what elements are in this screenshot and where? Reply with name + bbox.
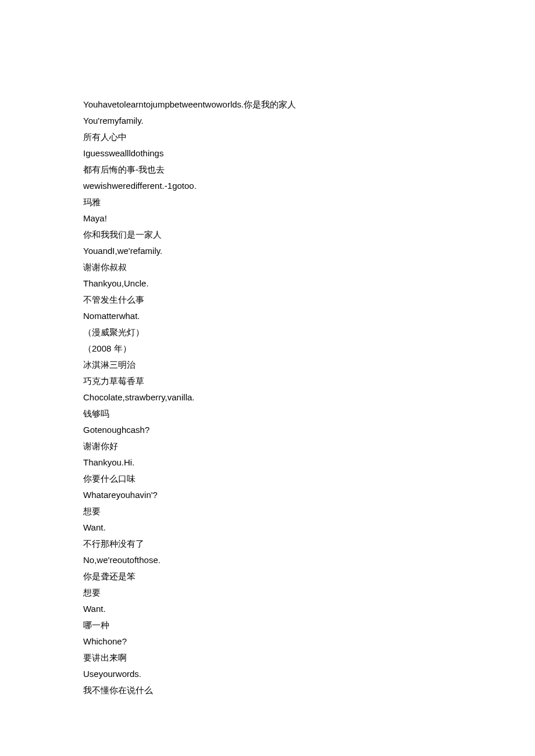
text-line: Want. — [83, 601, 452, 617]
document-page: Youhavetolearntojumpbetweentwoworlds.你是我… — [0, 0, 535, 756]
text-line: Thankyou.Hi. — [83, 454, 452, 471]
text-line: 想要 — [83, 503, 452, 519]
text-line: Maya! — [83, 210, 452, 227]
text-line: 谢谢你好 — [83, 438, 452, 454]
text-line: Youhavetolearntojumpbetweentwoworlds.你是我… — [83, 96, 452, 113]
text-line: wewishweredifferent.-1gotoo. — [83, 178, 452, 194]
text-line: 钱够吗 — [83, 406, 452, 422]
text-line: Whatareyouhavin'? — [83, 487, 452, 503]
text-line: 不管发生什么事 — [83, 292, 452, 308]
text-line: （2008 年） — [83, 341, 452, 357]
text-line: 想要 — [83, 585, 452, 601]
text-line: 哪一种 — [83, 617, 452, 633]
text-line: 你和我我们是一家人 — [83, 227, 452, 243]
text-line: Useyourwords. — [83, 666, 452, 682]
text-line: 都有后悔的事-我也去 — [83, 162, 452, 178]
text-line: Want. — [83, 519, 452, 536]
text-line: You'remyfamily. — [83, 113, 452, 129]
text-line: No,we'reoutofthose. — [83, 552, 452, 568]
text-line: Thankyou,Uncle. — [83, 275, 452, 292]
text-line: YouandI,we'refamily. — [83, 243, 452, 259]
text-line: Iguessweallldothings — [83, 145, 452, 162]
text-line: 冰淇淋三明治 — [83, 357, 452, 373]
text-line: 所有人心中 — [83, 129, 452, 145]
text-line: （漫威聚光灯） — [83, 324, 452, 341]
text-line: Gotenoughcash? — [83, 422, 452, 438]
text-line: 不行那种没有了 — [83, 536, 452, 552]
text-line: 要讲出来啊 — [83, 650, 452, 666]
text-line: 你要什么口味 — [83, 471, 452, 487]
text-block: Youhavetolearntojumpbetweentwoworlds.你是我… — [83, 96, 452, 698]
text-line: 我不懂你在说什么 — [83, 682, 452, 698]
text-line: Chocolate,strawberry,vanilla. — [83, 389, 452, 406]
text-line: 玛雅 — [83, 194, 452, 210]
text-line: Nomatterwhat. — [83, 308, 452, 324]
text-line: 谢谢你叔叔 — [83, 259, 452, 275]
text-line: Whichone? — [83, 633, 452, 650]
text-line: 你是聋还是笨 — [83, 568, 452, 585]
text-line: 巧克力草莓香草 — [83, 373, 452, 389]
